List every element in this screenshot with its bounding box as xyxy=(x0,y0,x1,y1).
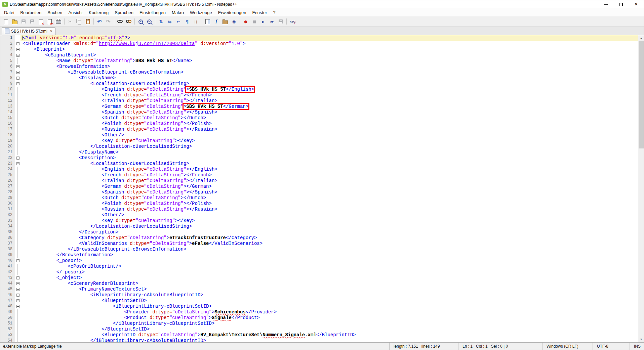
code-line[interactable]: 42 </_posori> xyxy=(0,269,638,275)
code-line[interactable]: 8 <DisplayName> xyxy=(0,75,638,81)
fold-collapse-marker[interactable] xyxy=(15,298,21,304)
code-text[interactable]: </_posori> xyxy=(21,269,638,275)
code-line[interactable]: 38 </iBrowseableBlueprint-cBrowseInforma… xyxy=(0,247,638,252)
fold-collapse-marker[interactable] xyxy=(15,281,21,287)
fold-minus-icon[interactable] xyxy=(16,54,19,57)
code-line[interactable]: 50 <Product d:type="cDeltaString">Signal… xyxy=(0,315,638,321)
code-line[interactable]: 41 <cPosOriBlueprint/> xyxy=(0,264,638,269)
print-button[interactable] xyxy=(54,17,63,26)
fold-collapse-marker[interactable] xyxy=(15,52,21,58)
open-button[interactable] xyxy=(11,17,19,26)
code-line[interactable]: 2<cBlueprintLoader xmlns:d="http://www.k… xyxy=(0,41,638,47)
code-line[interactable]: 4 <cSignalBlueprint> xyxy=(0,52,638,58)
code-text[interactable]: <_object> xyxy=(21,275,638,281)
code-text[interactable]: <German d:type="cDeltaString">SBS HVk HS… xyxy=(21,104,638,110)
menu-item-item-11[interactable]: ? xyxy=(270,8,279,16)
editor-lines[interactable]: 1<?xml version="1.0" encoding="utf-8"?>2… xyxy=(0,35,638,342)
menu-item-fenster[interactable]: Fenster xyxy=(249,8,270,16)
code-line[interactable]: 20 </Localisation-cUserLocalisedString> xyxy=(0,144,638,149)
code-text[interactable]: <PrimaryNamedTextureSet> xyxy=(21,287,638,292)
replace-button[interactable] xyxy=(125,17,133,26)
maximize-button[interactable] xyxy=(613,0,629,8)
menu-item-suchen[interactable]: Suchen xyxy=(44,8,65,16)
code-text[interactable]: <Russian d:type="cDeltaString"></Russian… xyxy=(21,127,638,132)
code-text[interactable]: <Localisation-cUserLocalisedString> xyxy=(21,161,638,167)
code-text[interactable]: <cPosOriBlueprint/> xyxy=(21,264,638,269)
code-line[interactable]: 18 <Other/> xyxy=(0,132,638,138)
code-line[interactable]: 5 <Name d:type="cDeltaString">SBS HVk HS… xyxy=(0,58,638,64)
fold-minus-icon[interactable] xyxy=(16,65,19,68)
fold-minus-icon[interactable] xyxy=(16,305,19,308)
code-line[interactable]: 37 <ValidInScenarios d:type="cDeltaStrin… xyxy=(0,241,638,247)
fold-minus-icon[interactable] xyxy=(16,276,19,279)
code-text[interactable]: <Polish d:type="cDeltaString"></Polish> xyxy=(21,201,638,207)
code-text[interactable]: <ValidInScenarios d:type="cDeltaString">… xyxy=(21,241,638,247)
fold-collapse-marker[interactable] xyxy=(15,41,21,47)
fold-minus-icon[interactable] xyxy=(16,77,19,80)
editor[interactable]: 1<?xml version="1.0" encoding="utf-8"?>2… xyxy=(0,35,644,342)
scroll-down-arrow[interactable]: ▼ xyxy=(638,337,644,342)
code-line[interactable]: 19 <Key d:type="cDeltaString"></Key> xyxy=(0,138,638,144)
code-text[interactable]: <Italian d:type="cDeltaString"></Italian… xyxy=(21,178,638,184)
cut-button[interactable]: ✂ xyxy=(66,17,74,26)
folder-workspace-button[interactable] xyxy=(221,17,229,26)
code-line[interactable]: 47 <BlueprintSetID> xyxy=(0,298,638,304)
doc-map-button[interactable] xyxy=(204,17,212,26)
code-text[interactable]: <iBlueprintLibrary-cAbsoluteBlueprintID> xyxy=(21,292,638,298)
tab-close-icon[interactable] xyxy=(50,29,52,33)
undo-button[interactable]: ↶ xyxy=(95,17,104,26)
fold-minus-icon[interactable] xyxy=(16,299,19,302)
menu-item-sprachen[interactable]: Sprachen xyxy=(112,8,136,16)
code-text[interactable]: <_posori> xyxy=(21,258,638,264)
indent-guide-button[interactable]: ¦¦ xyxy=(192,17,200,26)
code-text[interactable]: <Polish d:type="cDeltaString"></Polish> xyxy=(21,121,638,127)
code-line[interactable]: 39 </BrowseInformation> xyxy=(0,252,638,258)
fold-minus-icon[interactable] xyxy=(16,42,19,45)
insert-mode-indicator[interactable]: INS xyxy=(630,343,644,350)
code-text[interactable]: <English d:type="cDeltaString"></English… xyxy=(21,167,638,172)
code-line[interactable]: 15 <Dutch d:type="cDeltaString"></Dutch> xyxy=(0,115,638,121)
scrollbar-thumb[interactable] xyxy=(639,41,644,148)
code-line[interactable]: 12 <Italian d:type="cDeltaString"></Ital… xyxy=(0,98,638,104)
code-line[interactable]: 9 <Localisation-cUserLocalisedString> xyxy=(0,81,638,87)
fold-minus-icon[interactable] xyxy=(16,294,19,297)
code-line[interactable]: 27 <German d:type="cDeltaString"></Germa… xyxy=(0,184,638,189)
code-line[interactable]: 14 <Spanish d:type="cDeltaString"></Span… xyxy=(0,110,638,115)
word-wrap-button[interactable]: ↩ xyxy=(174,17,183,26)
code-line[interactable]: 53 <BlueprintID d:type="cDeltaString">HV… xyxy=(0,332,638,338)
macro-save-button[interactable] xyxy=(277,17,285,26)
fold-minus-icon[interactable] xyxy=(16,259,19,262)
menu-item-ansicht[interactable]: Ansicht xyxy=(65,8,86,16)
tab-sbs-hvk-hs-5t-xml[interactable]: SBS HVk HS 5T.xml xyxy=(2,27,55,35)
code-line[interactable]: 30 <Polish d:type="cDeltaString"></Polis… xyxy=(0,201,638,207)
fold-collapse-marker[interactable] xyxy=(15,258,21,264)
new-file-button[interactable] xyxy=(2,17,10,26)
code-text[interactable]: <Product d:type="cDeltaString">Signale</… xyxy=(21,315,638,321)
macro-run-multiple-button[interactable]: ▶▶ xyxy=(268,17,276,26)
code-line[interactable]: 6 <BrowseInformation> xyxy=(0,64,638,70)
code-text[interactable]: </iBrowseableBlueprint-cBrowseInformatio… xyxy=(21,247,638,252)
code-line[interactable]: 34 </Localisation-cUserLocalisedString> xyxy=(0,224,638,229)
code-text[interactable]: <Other/> xyxy=(21,132,638,138)
code-text[interactable]: </Localisation-cUserLocalisedString> xyxy=(21,224,638,229)
code-line[interactable]: 26 <Italian d:type="cDeltaString"></Ital… xyxy=(0,178,638,184)
code-text[interactable]: <Category d:type="cDeltaString">eTrackIn… xyxy=(21,235,638,241)
code-text[interactable]: </iBlueprintLibrary-cBlueprintSetID> xyxy=(21,321,638,326)
menu-item-bearbeiten[interactable]: Bearbeiten xyxy=(17,8,44,16)
code-text[interactable]: <BrowseInformation> xyxy=(21,64,638,70)
code-line[interactable]: 36 <Category d:type="cDeltaString">eTrac… xyxy=(0,235,638,241)
fold-collapse-marker[interactable] xyxy=(15,75,21,81)
zoom-out-button[interactable]: − xyxy=(145,17,153,26)
code-text[interactable]: <Other/> xyxy=(21,212,638,218)
code-text[interactable]: <DisplayName> xyxy=(21,75,638,81)
code-text[interactable]: <iBlueprintLibrary-cBlueprintSetID> xyxy=(21,304,638,309)
fold-collapse-marker[interactable] xyxy=(15,292,21,298)
code-line[interactable]: 13 <German d:type="cDeltaString">SBS HVk… xyxy=(0,104,638,110)
encoding-label[interactable]: UTF-8 xyxy=(593,343,630,350)
menu-item-kodierung[interactable]: Kodierung xyxy=(86,8,112,16)
fold-collapse-marker[interactable] xyxy=(15,47,21,52)
code-line[interactable]: 23 <Localisation-cUserLocalisedString> xyxy=(0,161,638,167)
code-line[interactable]: 29 <Dutch d:type="cDeltaString"></Dutch> xyxy=(0,195,638,201)
sync-v-button[interactable]: ⇅ xyxy=(157,17,165,26)
code-text[interactable]: <German d:type="cDeltaString"></German> xyxy=(21,184,638,189)
